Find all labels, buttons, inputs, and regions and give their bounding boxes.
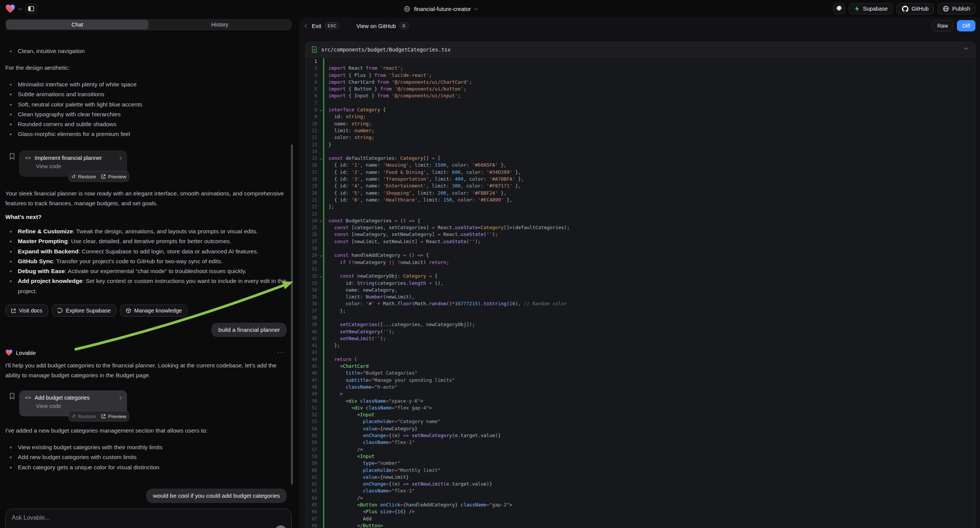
line-number: 30	[306, 259, 318, 266]
line-number: 42	[306, 342, 318, 349]
fold-spacer	[318, 418, 323, 425]
line-number: 62	[306, 481, 318, 487]
code-line: 67 Add	[306, 515, 975, 522]
message-menu-button[interactable]: ···	[277, 349, 286, 356]
publish-button[interactable]: Publish	[937, 3, 975, 14]
fold-spacer	[318, 169, 323, 176]
collapse-file-button[interactable]	[963, 46, 969, 52]
tab-history[interactable]: History	[148, 20, 291, 30]
g-key-badge: G	[400, 22, 408, 29]
chat-scrollbar[interactable]	[291, 144, 293, 484]
fold-toggle-icon[interactable]	[318, 155, 323, 162]
fold-spacer	[318, 314, 323, 321]
code-line: 40 setNewCategory('');	[306, 328, 975, 335]
line-number: 26	[306, 231, 318, 238]
code-line: 50 <div className="space-y-6">	[306, 398, 975, 404]
prompt-input[interactable]	[12, 514, 285, 521]
line-number: 45	[306, 363, 318, 370]
code-line: 5import { Button } from '@/components/ui…	[306, 86, 975, 92]
restore-button[interactable]: ↺ Restore	[72, 173, 96, 180]
restore-button[interactable]: ↺ Restore	[72, 413, 96, 419]
publish-globe-icon	[943, 6, 949, 12]
sidebar-toggle-button[interactable]	[25, 4, 37, 14]
preview-button[interactable]: Preview	[101, 413, 126, 419]
fold-toggle-icon[interactable]	[318, 218, 323, 224]
fold-toggle-icon[interactable]	[318, 107, 323, 113]
line-number: 29	[306, 252, 318, 259]
line-number: 36	[306, 301, 318, 307]
fold-spacer	[318, 92, 323, 99]
preview-button[interactable]: Preview	[101, 174, 126, 180]
send-button[interactable]: ↑	[275, 525, 287, 528]
fold-spacer	[318, 377, 323, 384]
fold-spacer	[318, 439, 323, 446]
line-number: 2	[306, 65, 318, 72]
supabase-button[interactable]: Supabase	[849, 3, 893, 14]
fold-spacer	[318, 481, 323, 487]
prompt-input-container: Attach Edit Default ↑	[5, 509, 292, 528]
line-number: 31	[306, 266, 318, 273]
line-number: 49	[306, 391, 318, 397]
restore-label: Restore	[78, 174, 96, 180]
fold-toggle-icon[interactable]	[318, 252, 323, 259]
view-code-link[interactable]: View code	[36, 403, 121, 409]
chevron-up-icon	[964, 48, 968, 51]
line-number: 1	[306, 58, 318, 65]
code-line: 38	[306, 314, 975, 321]
view-on-github-button[interactable]: View on GitHub	[356, 23, 396, 29]
code-line: 12 color: string;	[306, 134, 975, 141]
fold-spacer	[318, 363, 323, 370]
chat-history-tabs: Chat History	[5, 19, 292, 30]
assistant-header: Lovable ···	[5, 349, 286, 356]
line-number: 50	[306, 398, 318, 404]
line-number: 8	[306, 107, 318, 113]
github-button[interactable]: GitHub	[897, 3, 934, 14]
bookmark-icon[interactable]	[10, 153, 15, 160]
added-paragraph: I've added a new budget categories manag…	[5, 426, 291, 436]
bookmark-icon[interactable]	[10, 393, 15, 399]
fold-spacer	[318, 231, 323, 238]
file-path: src/components/budget/BudgetCategories.t…	[321, 46, 450, 52]
github-label: GitHub	[912, 6, 929, 12]
line-number: 43	[306, 349, 318, 356]
lovable-logo-heart-icon[interactable]	[5, 4, 15, 13]
fold-spacer	[318, 238, 323, 245]
list-item: Clean typography with clear hierarchies	[5, 110, 291, 119]
code-line: 34 name: newCategory,	[306, 287, 975, 294]
code-line: 33 id: String(categories.length + 1),	[306, 280, 975, 287]
line-number: 54	[306, 425, 318, 432]
fold-spacer	[318, 113, 323, 120]
list-item: Subtle animations and transitions	[5, 89, 291, 99]
code-line: 30 if (!newCategory || !newLimit) return…	[306, 259, 975, 266]
fold-spacer	[318, 141, 323, 148]
restore-label: Restore	[78, 413, 96, 419]
exit-button[interactable]: Exit	[312, 23, 321, 29]
fold-toggle-icon[interactable]	[318, 273, 323, 280]
list-item: Minimalist interface with plenty of whit…	[5, 80, 291, 89]
explore-supabase-button[interactable]: Explore Supabase	[52, 305, 117, 316]
fold-spacer	[318, 432, 323, 439]
fold-spacer	[318, 287, 323, 294]
line-number: 35	[306, 294, 318, 301]
line-number: 67	[306, 515, 318, 522]
workspace-chevron-down-icon[interactable]	[19, 6, 22, 10]
file-diff-card: src/components/budget/BudgetCategories.t…	[305, 42, 975, 528]
diff-toggle-button[interactable]: Diff	[957, 20, 975, 32]
settings-button[interactable]	[833, 3, 845, 14]
code-line: 61 value={newLimit}	[306, 474, 975, 481]
fold-spacer	[318, 404, 323, 411]
manage-knowledge-button[interactable]: Manage knowledge	[120, 305, 188, 316]
code-line: 7	[306, 100, 975, 107]
list-item: Rounded corners and subtle shadows	[5, 119, 291, 129]
list-item: Debug with Ease: Activate our experiment…	[5, 266, 291, 276]
project-name: financial-future-creator	[414, 6, 471, 12]
raw-toggle-button[interactable]: Raw	[932, 20, 953, 32]
tab-chat[interactable]: Chat	[6, 20, 148, 30]
design-heading: For the design aesthetic:	[5, 63, 291, 73]
project-switcher[interactable]: financial-future-creator	[404, 0, 477, 17]
view-code-link[interactable]: View code	[36, 163, 121, 169]
code-icon: <>	[25, 395, 31, 400]
file-header[interactable]: src/components/budget/BudgetCategories.t…	[306, 42, 975, 57]
visit-docs-button[interactable]: Visit docs	[5, 305, 48, 316]
chevron-right-icon	[118, 396, 122, 399]
